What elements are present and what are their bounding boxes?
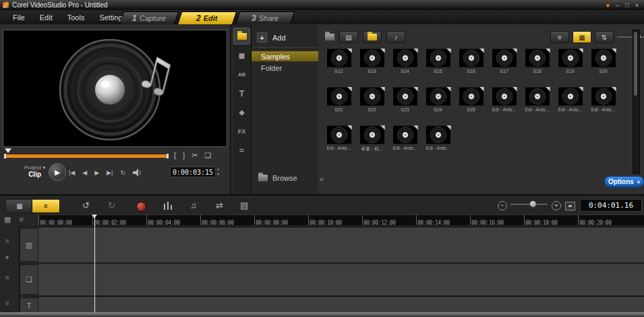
tab-share[interactable]: 3Share	[235, 11, 295, 25]
audio-clip-thumbnail[interactable]	[359, 49, 385, 67]
timeline-view-button[interactable]: ≡	[32, 199, 60, 213]
auto-music-icon[interactable]: ♫	[190, 201, 197, 210]
gallery-item[interactable]: Edi - Ants...	[388, 125, 421, 164]
audio-clip-thumbnail[interactable]	[359, 125, 385, 144]
overlay-track-header[interactable]: ❏	[20, 264, 38, 295]
audio-clip-thumbnail[interactable]	[525, 49, 550, 67]
gallery-item[interactable]: Edi - Ants...	[587, 87, 620, 125]
audio-clip-thumbnail[interactable]	[326, 87, 352, 106]
clip-mode-label[interactable]: Clip	[24, 171, 45, 178]
gallery-item[interactable]: S24	[421, 87, 455, 125]
repeat-button[interactable]: ↻	[120, 169, 125, 176]
gallery-item[interactable]: Edi - Ants...	[322, 125, 355, 164]
mark-out-button[interactable]: ]	[183, 151, 185, 160]
audio-clip-thumbnail[interactable]	[426, 87, 451, 106]
gallery-item[interactable]: S19	[554, 49, 587, 87]
spin-up-icon[interactable]: ▴	[217, 166, 219, 171]
thumbnail-view-button[interactable]: ▦	[573, 31, 591, 43]
sound-mixer-icon[interactable]	[163, 202, 173, 210]
zoom-out-button[interactable]: −	[498, 201, 507, 210]
audio-clip-thumbnail[interactable]	[459, 87, 484, 106]
timeline-zoom-slider[interactable]	[510, 200, 548, 209]
thumbnail-size-slider[interactable]	[617, 32, 644, 42]
browse-button[interactable]: Browse	[258, 174, 297, 182]
audio-clip-thumbnail[interactable]	[525, 87, 550, 106]
gallery-item[interactable]: Edi - Ants...	[521, 87, 554, 125]
undo-button[interactable]: ↺	[82, 201, 90, 210]
trim-start-marker[interactable]	[5, 148, 11, 153]
volume-icon[interactable]	[133, 169, 142, 177]
audio-clip-thumbnail[interactable]	[326, 49, 352, 67]
spin-down-icon[interactable]: ▾	[217, 171, 219, 177]
filter-button[interactable]: FX	[234, 123, 250, 139]
graphic-button[interactable]: ◆	[234, 105, 250, 120]
audio-clip-thumbnail[interactable]	[459, 49, 484, 67]
instant-project-button[interactable]: ▦	[234, 48, 250, 63]
minimize-button[interactable]: –	[616, 2, 619, 9]
next-frame-button[interactable]: ▶	[94, 169, 99, 176]
gallery-item[interactable]: S15	[421, 49, 455, 87]
options-button[interactable]: Options «	[604, 176, 644, 188]
tab-edit[interactable]: 2Edit	[177, 11, 237, 25]
home-button[interactable]: |◀	[69, 169, 75, 176]
overlay-track-lane[interactable]	[38, 264, 644, 296]
gallery-item[interactable]: S25	[455, 87, 488, 125]
transition-button[interactable]: AB	[234, 67, 250, 82]
gallery-item[interactable]: S22	[355, 87, 388, 125]
zoom-in-button[interactable]: +	[552, 201, 561, 210]
menu-item[interactable]: Edit	[32, 13, 60, 22]
mark-in-button[interactable]: [	[174, 151, 176, 160]
video-track-handle-icon[interactable]: ≡	[5, 237, 9, 245]
track-motion-button[interactable]: ≈	[234, 142, 250, 158]
close-button[interactable]: ×	[635, 2, 639, 9]
media-library-button[interactable]	[233, 28, 250, 45]
ripple-editing-icon[interactable]: ⇄	[216, 201, 223, 210]
audio-clip-thumbnail[interactable]	[392, 49, 418, 67]
audio-clip-thumbnail[interactable]	[591, 87, 616, 106]
collapse-panel-icon[interactable]: «	[320, 175, 324, 183]
audio-clip-thumbnail[interactable]	[591, 49, 616, 67]
maximize-button[interactable]: □	[625, 2, 628, 9]
gallery-item[interactable]: S13	[355, 49, 388, 87]
previous-frame-button[interactable]: ◀	[82, 169, 87, 176]
end-button[interactable]: ▶|	[107, 169, 113, 176]
enlarge-preview-icon[interactable]: ❏	[204, 151, 211, 160]
gallery-item[interactable]: S23	[388, 87, 421, 125]
chevron-down-icon[interactable]: ▾	[5, 254, 9, 261]
gallery-item[interactable]: Edi - Ants...	[554, 87, 587, 125]
list-view-button[interactable]: ≡	[550, 31, 569, 43]
audio-clip-thumbnail[interactable]	[426, 49, 451, 67]
video-track-lane[interactable]	[38, 228, 644, 263]
title-button[interactable]: T	[234, 86, 250, 101]
gallery-item[interactable]: S12	[322, 49, 355, 87]
preview-video-display[interactable]: ♫	[3, 30, 227, 147]
up-folder-icon[interactable]	[325, 34, 334, 40]
audio-clip-thumbnail[interactable]	[492, 87, 517, 106]
gallery-item[interactable]: 卓君 - 机...	[355, 125, 388, 164]
audio-clip-thumbnail[interactable]	[558, 87, 583, 106]
audio-clip-thumbnail[interactable]	[558, 49, 583, 67]
record-capture-icon[interactable]	[136, 202, 146, 212]
trim-bar[interactable]	[5, 154, 167, 158]
library-folder-samples[interactable]: Samples	[252, 51, 319, 61]
gallery-item[interactable]: Edi - Ants...	[421, 125, 455, 164]
gallery-scrollbar[interactable]	[633, 30, 640, 174]
fit-project-button[interactable]	[565, 202, 575, 210]
add-folder-row[interactable]: + Add	[257, 32, 286, 42]
audio-clip-thumbnail[interactable]	[392, 125, 418, 144]
gallery-item[interactable]: S16	[455, 49, 488, 87]
show-all-tracks-icon[interactable]: ▦	[4, 215, 11, 224]
track-manager-icon[interactable]: ▤	[240, 201, 248, 210]
preview-timecode[interactable]: 0:00:03:15	[170, 167, 216, 177]
notification-icon[interactable]: ●	[606, 2, 610, 9]
track-list-icon[interactable]: ≡	[19, 215, 23, 224]
timeline-timecode[interactable]: 0:04:01.16	[580, 199, 642, 212]
library-folder-folder[interactable]: Folder	[252, 63, 319, 73]
gallery-item[interactable]: S21	[322, 87, 355, 125]
menu-item[interactable]: File	[5, 13, 32, 22]
project-mode-label[interactable]: Project	[24, 165, 41, 171]
show-audio-button[interactable]: ♪	[386, 31, 405, 43]
tab-capture[interactable]: 1Capture	[119, 11, 179, 25]
sort-button[interactable]: ⇅	[595, 31, 614, 43]
play-button[interactable]: ▶	[49, 163, 66, 181]
